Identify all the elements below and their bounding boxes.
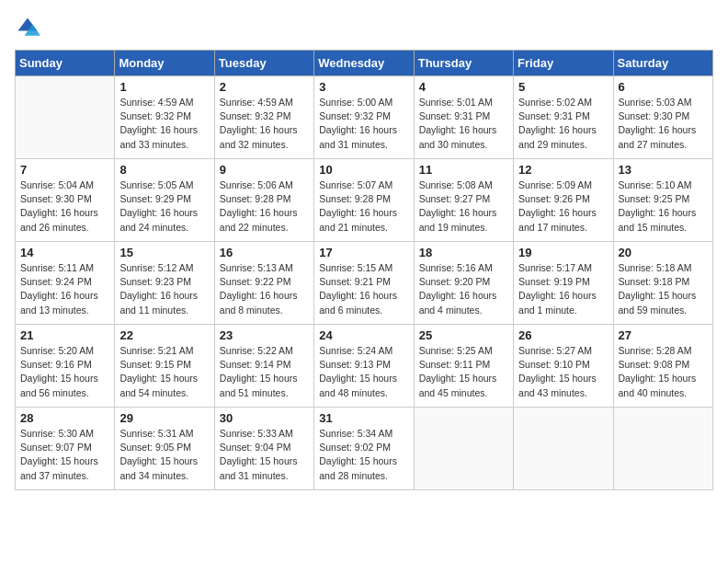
day-number: 13 — [619, 163, 708, 177]
day-number: 5 — [518, 80, 608, 94]
day-number: 19 — [518, 246, 608, 259]
calendar-cell: 28Sunrise: 5:30 AM Sunset: 9:07 PM Dayli… — [16, 408, 115, 490]
day-number: 9 — [220, 163, 309, 177]
calendar-cell: 23Sunrise: 5:22 AM Sunset: 9:14 PM Dayli… — [214, 325, 313, 408]
calendar-cell — [414, 408, 513, 490]
calendar-week-row-2: 7Sunrise: 5:04 AM Sunset: 9:30 PM Daylig… — [16, 159, 713, 242]
calendar-cell: 4Sunrise: 5:01 AM Sunset: 9:31 PM Daylig… — [414, 76, 513, 159]
day-number: 17 — [319, 246, 408, 259]
calendar-cell: 29Sunrise: 5:31 AM Sunset: 9:05 PM Dayli… — [115, 408, 214, 490]
day-info: Sunrise: 4:59 AM Sunset: 9:32 PM Dayligh… — [220, 96, 309, 152]
day-info: Sunrise: 5:22 AM Sunset: 9:14 PM Dayligh… — [220, 344, 309, 400]
calendar-header-row: SundayMondayTuesdayWednesdayThursdayFrid… — [16, 51, 713, 76]
day-info: Sunrise: 5:28 AM Sunset: 9:08 PM Dayligh… — [619, 344, 708, 400]
day-info: Sunrise: 5:01 AM Sunset: 9:31 PM Dayligh… — [419, 96, 508, 152]
calendar-cell: 24Sunrise: 5:24 AM Sunset: 9:13 PM Dayli… — [314, 325, 414, 408]
day-info: Sunrise: 5:31 AM Sunset: 9:05 PM Dayligh… — [119, 427, 209, 483]
day-info: Sunrise: 5:06 AM Sunset: 9:28 PM Dayligh… — [220, 178, 309, 235]
day-info: Sunrise: 5:05 AM Sunset: 9:29 PM Dayligh… — [119, 178, 209, 235]
day-number: 31 — [319, 411, 408, 425]
calendar-cell: 13Sunrise: 5:10 AM Sunset: 9:25 PM Dayli… — [613, 159, 712, 242]
calendar-header-thursday: Thursday — [414, 51, 513, 76]
day-info: Sunrise: 5:18 AM Sunset: 9:18 PM Dayligh… — [619, 261, 708, 317]
day-number: 22 — [119, 328, 209, 342]
logo — [15, 15, 44, 40]
day-number: 8 — [119, 163, 209, 177]
calendar-cell: 27Sunrise: 5:28 AM Sunset: 9:08 PM Dayli… — [613, 325, 712, 408]
calendar-cell: 25Sunrise: 5:25 AM Sunset: 9:11 PM Dayli… — [414, 325, 513, 408]
day-info: Sunrise: 5:24 AM Sunset: 9:13 PM Dayligh… — [319, 344, 408, 400]
day-info: Sunrise: 5:00 AM Sunset: 9:32 PM Dayligh… — [319, 96, 408, 152]
calendar-cell: 10Sunrise: 5:07 AM Sunset: 9:28 PM Dayli… — [314, 159, 414, 242]
calendar-cell: 6Sunrise: 5:03 AM Sunset: 9:30 PM Daylig… — [613, 76, 712, 159]
day-number: 14 — [20, 246, 109, 259]
calendar-week-row-5: 28Sunrise: 5:30 AM Sunset: 9:07 PM Dayli… — [16, 408, 713, 490]
day-info: Sunrise: 5:25 AM Sunset: 9:11 PM Dayligh… — [419, 344, 508, 400]
day-number: 16 — [220, 246, 309, 259]
calendar-cell: 16Sunrise: 5:13 AM Sunset: 9:22 PM Dayli… — [214, 242, 313, 325]
day-number: 23 — [220, 328, 309, 342]
day-info: Sunrise: 5:03 AM Sunset: 9:30 PM Dayligh… — [619, 96, 708, 152]
calendar-cell — [613, 408, 712, 490]
day-info: Sunrise: 5:34 AM Sunset: 9:02 PM Dayligh… — [319, 427, 408, 483]
day-number: 30 — [220, 411, 309, 425]
calendar-cell: 19Sunrise: 5:17 AM Sunset: 9:19 PM Dayli… — [514, 242, 613, 325]
calendar-cell: 30Sunrise: 5:33 AM Sunset: 9:04 PM Dayli… — [214, 408, 313, 490]
day-number: 11 — [419, 163, 508, 177]
calendar-cell — [514, 408, 613, 490]
day-number: 25 — [419, 328, 508, 342]
day-info: Sunrise: 5:02 AM Sunset: 9:31 PM Dayligh… — [518, 96, 608, 152]
day-info: Sunrise: 5:20 AM Sunset: 9:16 PM Dayligh… — [20, 344, 109, 400]
day-number: 2 — [220, 80, 309, 94]
calendar-cell: 8Sunrise: 5:05 AM Sunset: 9:29 PM Daylig… — [115, 159, 214, 242]
day-number: 12 — [518, 163, 608, 177]
calendar-week-row-1: 1Sunrise: 4:59 AM Sunset: 9:32 PM Daylig… — [16, 76, 713, 159]
calendar-week-row-4: 21Sunrise: 5:20 AM Sunset: 9:16 PM Dayli… — [16, 325, 713, 408]
calendar-week-row-3: 14Sunrise: 5:11 AM Sunset: 9:24 PM Dayli… — [16, 242, 713, 325]
calendar-cell: 3Sunrise: 5:00 AM Sunset: 9:32 PM Daylig… — [314, 76, 414, 159]
day-info: Sunrise: 5:04 AM Sunset: 9:30 PM Dayligh… — [20, 178, 109, 235]
day-number: 10 — [319, 163, 408, 177]
calendar-cell: 26Sunrise: 5:27 AM Sunset: 9:10 PM Dayli… — [514, 325, 613, 408]
calendar-cell: 12Sunrise: 5:09 AM Sunset: 9:26 PM Dayli… — [514, 159, 613, 242]
calendar-header-saturday: Saturday — [613, 51, 712, 76]
day-number: 21 — [20, 328, 109, 342]
calendar-cell: 1Sunrise: 4:59 AM Sunset: 9:32 PM Daylig… — [115, 76, 214, 159]
day-number: 28 — [20, 411, 109, 425]
calendar-header-monday: Monday — [115, 51, 214, 76]
day-number: 27 — [619, 328, 708, 342]
calendar-cell — [16, 76, 115, 159]
page-header — [15, 15, 713, 40]
calendar-cell: 2Sunrise: 4:59 AM Sunset: 9:32 PM Daylig… — [214, 76, 313, 159]
calendar-header-tuesday: Tuesday — [214, 51, 313, 76]
day-info: Sunrise: 5:30 AM Sunset: 9:07 PM Dayligh… — [20, 427, 109, 483]
calendar-cell: 22Sunrise: 5:21 AM Sunset: 9:15 PM Dayli… — [115, 325, 214, 408]
day-info: Sunrise: 5:33 AM Sunset: 9:04 PM Dayligh… — [220, 427, 309, 483]
calendar-cell: 7Sunrise: 5:04 AM Sunset: 9:30 PM Daylig… — [16, 159, 115, 242]
day-number: 15 — [119, 246, 209, 259]
calendar-cell: 21Sunrise: 5:20 AM Sunset: 9:16 PM Dayli… — [16, 325, 115, 408]
calendar-cell: 17Sunrise: 5:15 AM Sunset: 9:21 PM Dayli… — [314, 242, 414, 325]
day-number: 29 — [119, 411, 209, 425]
calendar-cell: 31Sunrise: 5:34 AM Sunset: 9:02 PM Dayli… — [314, 408, 414, 490]
calendar-cell: 20Sunrise: 5:18 AM Sunset: 9:18 PM Dayli… — [613, 242, 712, 325]
day-number: 4 — [419, 80, 508, 94]
calendar-cell: 5Sunrise: 5:02 AM Sunset: 9:31 PM Daylig… — [514, 76, 613, 159]
day-info: Sunrise: 4:59 AM Sunset: 9:32 PM Dayligh… — [119, 96, 209, 152]
day-number: 7 — [20, 163, 109, 177]
calendar-cell: 18Sunrise: 5:16 AM Sunset: 9:20 PM Dayli… — [414, 242, 513, 325]
day-info: Sunrise: 5:08 AM Sunset: 9:27 PM Dayligh… — [419, 178, 508, 235]
calendar-table: SundayMondayTuesdayWednesdayThursdayFrid… — [15, 50, 713, 490]
day-info: Sunrise: 5:16 AM Sunset: 9:20 PM Dayligh… — [419, 261, 508, 317]
day-number: 24 — [319, 328, 408, 342]
day-number: 1 — [119, 80, 209, 94]
calendar-cell: 15Sunrise: 5:12 AM Sunset: 9:23 PM Dayli… — [115, 242, 214, 325]
calendar-cell: 11Sunrise: 5:08 AM Sunset: 9:27 PM Dayli… — [414, 159, 513, 242]
day-number: 18 — [419, 246, 508, 259]
day-info: Sunrise: 5:15 AM Sunset: 9:21 PM Dayligh… — [319, 261, 408, 317]
day-info: Sunrise: 5:13 AM Sunset: 9:22 PM Dayligh… — [220, 261, 309, 317]
day-info: Sunrise: 5:09 AM Sunset: 9:26 PM Dayligh… — [518, 178, 608, 235]
day-info: Sunrise: 5:07 AM Sunset: 9:28 PM Dayligh… — [319, 178, 408, 235]
day-info: Sunrise: 5:10 AM Sunset: 9:25 PM Dayligh… — [619, 178, 708, 235]
day-info: Sunrise: 5:11 AM Sunset: 9:24 PM Dayligh… — [20, 261, 109, 317]
